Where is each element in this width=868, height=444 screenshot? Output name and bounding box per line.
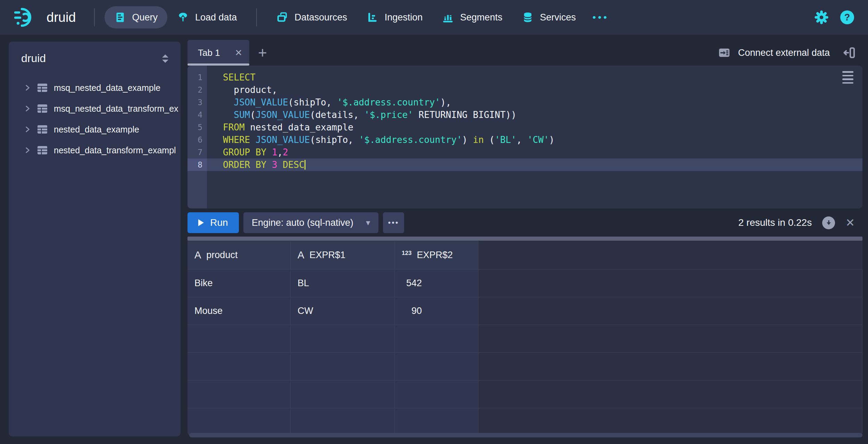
new-tab-button[interactable]: + bbox=[249, 40, 276, 66]
nav-item-datasources[interactable]: Datasources bbox=[267, 6, 357, 28]
table-list-item[interactable]: msq_nested_data_example bbox=[9, 77, 181, 98]
column-name: EXPR$2 bbox=[417, 250, 453, 261]
result-cell-filler bbox=[478, 408, 862, 436]
column-header-expr1[interactable]: A EXPR$1 bbox=[291, 241, 395, 269]
line-number: 8 bbox=[187, 159, 207, 171]
result-cell bbox=[187, 353, 291, 380]
connect-external-data-button[interactable]: Connect external data bbox=[718, 46, 830, 59]
collapse-panel-button[interactable] bbox=[842, 46, 856, 59]
navbar-more-button[interactable]: ••• bbox=[592, 12, 609, 23]
empty-row bbox=[187, 325, 862, 353]
empty-row bbox=[187, 408, 862, 436]
brand-text: druid bbox=[47, 10, 76, 25]
line-number: 1 bbox=[187, 71, 207, 84]
result-cell bbox=[395, 353, 478, 380]
sql-token: 'CW' bbox=[527, 135, 549, 145]
code-text: FROM nested_data_example bbox=[207, 121, 862, 134]
run-label: Run bbox=[210, 217, 228, 228]
query-tab[interactable]: Tab 1 ✕ bbox=[187, 40, 249, 66]
navbar-divider bbox=[94, 8, 95, 26]
engine-select[interactable]: Engine: auto (sql-native) ▾ bbox=[243, 212, 378, 233]
numeric-value: 542 bbox=[402, 278, 422, 289]
sql-token: , bbox=[516, 135, 527, 145]
settings-button[interactable] bbox=[815, 10, 828, 24]
code-line: 1SELECT bbox=[187, 71, 862, 84]
code-text: GROUP BY 1,2 bbox=[207, 146, 862, 159]
tab-close-icon[interactable]: ✕ bbox=[235, 48, 242, 58]
sort-double-caret-icon[interactable] bbox=[161, 53, 169, 64]
table-list-item[interactable]: nested_data_transform_exampl bbox=[9, 140, 181, 161]
schema-selector[interactable]: druid bbox=[21, 52, 46, 65]
code-line: 8ORDER BY 3 DESC bbox=[187, 159, 862, 171]
sql-token: (shipTo, bbox=[288, 97, 337, 108]
chevron-right-icon[interactable] bbox=[24, 105, 31, 112]
nav-item-label: Segments bbox=[460, 12, 502, 23]
nav-item-label: Datasources bbox=[294, 12, 347, 23]
table-icon bbox=[37, 146, 48, 155]
code-line: 3 JSON_VALUE(shipTo, '$.address.country'… bbox=[187, 96, 862, 109]
caret-down-icon: ▾ bbox=[366, 218, 370, 228]
result-cell[interactable]: CW bbox=[291, 297, 395, 325]
table-list-item[interactable]: nested_data_example bbox=[9, 119, 181, 140]
run-button[interactable]: Run bbox=[187, 212, 239, 233]
close-results-button[interactable]: ✕ bbox=[845, 216, 855, 229]
code-text: JSON_VALUE(shipTo, '$.address.country'), bbox=[207, 96, 862, 109]
run-bar: Run Engine: auto (sql-native) ▾ ••• 2 re… bbox=[187, 212, 862, 233]
code-line: 7GROUP BY 1,2 bbox=[187, 146, 862, 159]
column-name: product bbox=[206, 250, 237, 261]
segments-bar-chart-icon bbox=[442, 11, 454, 23]
result-cell bbox=[395, 408, 478, 436]
druid-logo[interactable]: druid bbox=[14, 6, 76, 29]
sql-token: JSON_VALUE bbox=[234, 97, 288, 108]
sql-editor[interactable]: 1SELECT2 product,3 JSON_VALUE(shipTo, '$… bbox=[187, 66, 862, 208]
results-header-row: A product A EXPR$1 123 EXPR$2 bbox=[187, 241, 862, 270]
nav-item-services[interactable]: Services bbox=[512, 6, 586, 28]
result-cell[interactable]: 542 bbox=[395, 270, 478, 297]
play-icon bbox=[198, 219, 204, 226]
chevron-right-icon[interactable] bbox=[24, 126, 31, 133]
chevron-right-icon[interactable] bbox=[24, 84, 31, 91]
database-icon bbox=[522, 11, 534, 23]
sql-token: JSON_VALUE bbox=[256, 135, 310, 145]
table-name: nested_data_transform_exampl bbox=[54, 145, 176, 155]
download-results-button[interactable] bbox=[822, 216, 835, 229]
nav-item-load-data[interactable]: Load data bbox=[167, 6, 247, 28]
sql-token: (shipTo, bbox=[310, 135, 359, 145]
table-horizontal-scrollbar[interactable] bbox=[189, 433, 862, 437]
chevron-right-icon[interactable] bbox=[24, 147, 31, 154]
sql-token: '$.price' bbox=[364, 110, 413, 120]
result-cell[interactable]: Mouse bbox=[187, 297, 291, 325]
sql-token: in bbox=[473, 135, 484, 145]
query-more-button[interactable]: ••• bbox=[383, 212, 404, 233]
editor-menu-button[interactable] bbox=[842, 71, 853, 84]
results-table: A product A EXPR$1 123 EXPR$2 BikeBL542M… bbox=[187, 241, 862, 436]
sql-token: WHERE bbox=[223, 135, 250, 145]
table-list-item[interactable]: msq_nested_data_transform_ex bbox=[9, 98, 181, 119]
column-header-expr2[interactable]: 123 EXPR$2 bbox=[395, 241, 478, 269]
help-button[interactable]: ? bbox=[840, 10, 854, 24]
sql-token: 2 bbox=[283, 147, 288, 157]
panel-collapse-left-icon bbox=[842, 46, 856, 59]
sql-token: RETURNING BIGINT)) bbox=[413, 110, 516, 120]
plus-icon: + bbox=[258, 44, 267, 61]
nav-item-query[interactable]: Query bbox=[105, 6, 168, 28]
empty-row bbox=[187, 381, 862, 408]
result-cell[interactable]: BL bbox=[291, 270, 395, 297]
column-header-product[interactable]: A product bbox=[187, 241, 291, 269]
schema-browser-panel: druid msq_nested_data_example msq_nested… bbox=[9, 42, 181, 436]
result-cell-filler bbox=[478, 353, 862, 380]
nav-item-ingestion[interactable]: Ingestion bbox=[357, 6, 433, 28]
sql-token: '$.address.country' bbox=[337, 97, 440, 108]
query-doc-icon bbox=[114, 11, 126, 23]
code-line: 6WHERE JSON_VALUE(shipTo, '$.address.cou… bbox=[187, 134, 862, 146]
query-status: 2 results in 0.22s bbox=[738, 217, 812, 228]
line-number: 5 bbox=[187, 121, 207, 134]
sql-token bbox=[223, 97, 234, 108]
result-cell[interactable]: Bike bbox=[187, 270, 291, 297]
code-lines: 1SELECT2 product,3 JSON_VALUE(shipTo, '$… bbox=[187, 66, 862, 171]
splitter-handle[interactable] bbox=[187, 237, 862, 241]
result-cell[interactable]: 90 bbox=[395, 297, 478, 325]
nav-item-segments[interactable]: Segments bbox=[432, 6, 512, 28]
code-line: 2 product, bbox=[187, 84, 862, 96]
sql-token: '$.address.country' bbox=[359, 135, 462, 145]
